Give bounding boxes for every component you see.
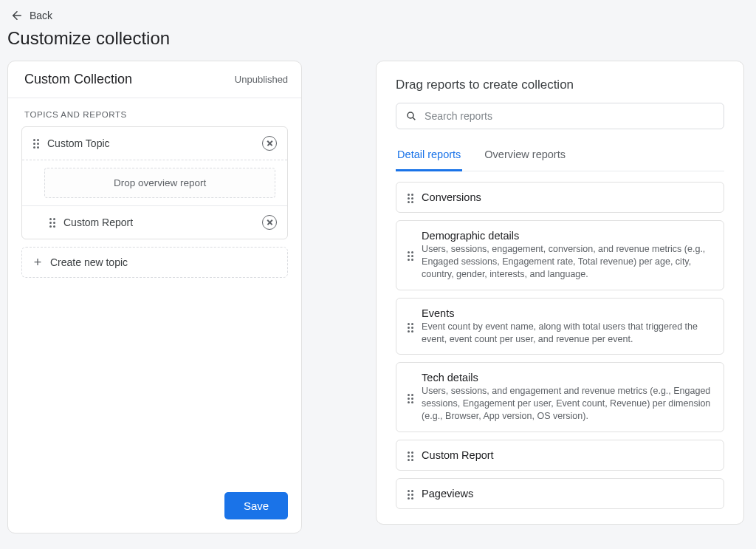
report-card-pageviews[interactable]: Pageviews (396, 478, 724, 509)
topic-report-name: Custom Report (63, 216, 255, 228)
arrow-left-icon (10, 9, 24, 22)
page-title: Customize collection (6, 27, 750, 59)
reports-library-title: Drag reports to create collection (377, 61, 743, 103)
report-card-conversions[interactable]: Conversions (396, 182, 724, 213)
drag-handle-icon[interactable] (32, 139, 40, 149)
save-button[interactable]: Save (224, 492, 288, 519)
report-title: Conversions (422, 191, 713, 203)
report-title: Pageviews (422, 488, 713, 499)
remove-report-button[interactable] (262, 215, 277, 230)
search-reports-field[interactable] (396, 103, 724, 129)
report-card-tech-details[interactable]: Tech details Users, sessions, and engage… (396, 362, 724, 432)
back-label: Back (30, 10, 52, 21)
report-title: Custom Report (422, 449, 713, 461)
report-card-custom-report[interactable]: Custom Report (396, 440, 724, 471)
report-card-demographic-details[interactable]: Demographic details Users, sessions, eng… (396, 220, 724, 290)
topic-header[interactable]: Custom Topic (22, 127, 287, 160)
topic-report-item[interactable]: Custom Report (22, 205, 287, 239)
drag-handle-icon[interactable] (407, 323, 414, 333)
collection-header: Custom Collection Unpublished (8, 61, 301, 98)
drag-handle-icon[interactable] (407, 394, 414, 403)
create-topic-button[interactable]: + Create new topic (21, 247, 288, 278)
search-icon (405, 110, 417, 122)
drag-handle-icon[interactable] (407, 451, 414, 461)
topic-name: Custom Topic (47, 137, 255, 149)
report-title: Events (422, 307, 713, 319)
report-title: Demographic details (422, 230, 713, 242)
back-button[interactable]: Back (6, 6, 57, 27)
report-card-events[interactable]: Events Event count by event name, along … (396, 298, 724, 355)
search-input[interactable] (425, 110, 715, 122)
drag-handle-icon[interactable] (407, 251, 414, 261)
report-description: Users, sessions, and engagement and reve… (422, 385, 713, 423)
remove-topic-button[interactable] (262, 136, 277, 151)
tab-detail-reports[interactable]: Detail reports (396, 141, 462, 171)
drag-handle-icon[interactable] (407, 194, 414, 203)
report-title: Tech details (422, 372, 713, 383)
svg-point-1 (408, 112, 413, 118)
report-description: Users, sessions, engagement, conversion,… (422, 243, 713, 281)
plus-icon: + (32, 257, 43, 267)
report-tabs: Detail reports Overview reports (396, 141, 724, 171)
report-description: Event count by event name, along with to… (422, 321, 713, 346)
topic-item: Custom Topic Drop overview report Custom… (21, 126, 288, 239)
publish-status: Unpublished (235, 74, 288, 85)
drag-handle-icon[interactable] (49, 218, 56, 228)
drag-handle-icon[interactable] (407, 490, 414, 499)
collection-panel: Custom Collection Unpublished Topics and… (7, 61, 302, 533)
collection-name: Custom Collection (24, 72, 132, 87)
svg-line-2 (413, 117, 415, 120)
create-topic-label: Create new topic (50, 256, 128, 268)
overview-dropzone[interactable]: Drop overview report (44, 168, 275, 198)
reports-library-panel: Drag reports to create collection Detail… (376, 61, 744, 525)
tab-overview-reports[interactable]: Overview reports (483, 141, 567, 171)
report-list: Conversions Demographic details Users, s… (377, 171, 743, 509)
topics-section-label: Topics and reports (8, 98, 301, 126)
